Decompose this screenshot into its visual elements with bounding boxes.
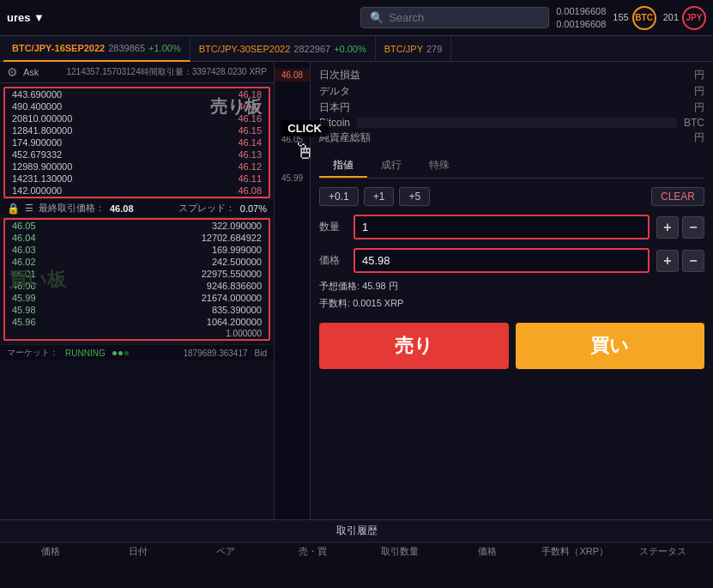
dot2: [118, 351, 123, 355]
sell-order-row[interactable]: 12841.80000046.15: [5, 124, 269, 136]
list-icon: ☰: [25, 203, 33, 214]
buy-order-row[interactable]: 45.98835.390000: [5, 304, 269, 316]
history-column-header: ペア: [182, 545, 269, 558]
history-column-header: 価格: [444, 545, 531, 558]
qty-plus-1-button[interactable]: +1: [364, 187, 395, 206]
gear-icon[interactable]: ⚙: [7, 65, 18, 79]
main-content: ⚙ Ask 1214357.15703124時間取引量：3397428.0230…: [0, 62, 713, 519]
sell-order-row[interactable]: 12989.90000046.12: [5, 161, 269, 173]
spread-bar: 🔒 ☰ 最終取引価格： 46.08 スプレッド： 0.07%: [0, 198, 274, 218]
price-plus-minus: + −: [656, 250, 704, 272]
side-price-1: 46.08: [275, 69, 310, 82]
order-form-panel: 日次損益 円 デルタ 円 日本円 円 Bitcoin BTC 純資産総額: [311, 62, 713, 519]
quantity-minus-button[interactable]: −: [682, 216, 704, 239]
trade-buttons: 売り 買い: [319, 323, 704, 369]
quantity-row: 数量 + −: [319, 215, 704, 239]
search-input[interactable]: [389, 11, 540, 24]
price-input-wrap: [353, 248, 650, 273]
history-column-header: 手数料（XRP）: [531, 545, 619, 558]
history-column-header: ステータス: [619, 545, 706, 558]
sell-order-row[interactable]: 443.69000046.18: [5, 88, 269, 100]
pnl-row-net: 純資産総額 円: [319, 130, 704, 146]
pnl-row-daily: 日次損益 円: [319, 67, 704, 83]
btc-badge[interactable]: BTC: [632, 6, 656, 30]
buy-order-extra: 1.000000: [5, 328, 269, 339]
orderbook-panel: ⚙ Ask 1214357.15703124時間取引量：3397428.0230…: [0, 62, 275, 519]
sell-order-row[interactable]: 452.67933246.13: [5, 149, 269, 161]
sell-order-row[interactable]: 20810.00000046.16: [5, 112, 269, 124]
tab-btc-30sep[interactable]: BTC/JPY-30SEP2022 2822967 +0.00%: [190, 36, 376, 62]
qty-plus-01-button[interactable]: +0.1: [319, 187, 359, 206]
pnl-row-jpy: 日本円 円: [319, 100, 704, 116]
buy-order-row[interactable]: 46.0122975.550000: [5, 268, 269, 280]
buy-order-row[interactable]: 46.02242.500000: [5, 256, 269, 268]
jpy-badge[interactable]: JPY: [682, 6, 706, 30]
sell-order-row[interactable]: 490.40000046.17: [5, 100, 269, 112]
tab-btc-16sep[interactable]: BTC/JPY-16SEP2022 2839865 +1.00%: [3, 36, 190, 62]
clear-button[interactable]: CLEAR: [651, 187, 704, 206]
order-type-tabs: 指値 成行 特殊: [319, 155, 704, 179]
price-row: 価格 + −: [319, 248, 704, 273]
tab-market[interactable]: 成行: [367, 155, 415, 178]
currency-badge-jpy[interactable]: 201 JPY: [663, 6, 706, 30]
lock-icon: 🔒: [7, 203, 20, 215]
side-price-3: 45.99: [275, 172, 310, 185]
pnl-row-delta: デルタ 円: [319, 83, 704, 100]
status-bar: マーケット： RUNNING 1879689.363417 Bid: [0, 344, 274, 361]
currency-badge-btc[interactable]: 155 BTC: [613, 6, 656, 30]
price-minus-button[interactable]: −: [682, 250, 704, 272]
tab-btc-jpy[interactable]: BTC/JPY 279: [376, 36, 452, 62]
buy-button[interactable]: 買い: [516, 323, 705, 369]
price-input[interactable]: [355, 250, 648, 271]
main-container: ures ▼ 🔍 0.00196608 0.00196608 155 BTC 2…: [0, 0, 713, 588]
pnl-section: 日次損益 円 デルタ 円 日本円 円 Bitcoin BTC 純資産総額: [319, 67, 704, 146]
qty-plus-5-button[interactable]: +5: [399, 187, 430, 206]
estimated-section: 予想価格: 45.98 円 手数料: 0.0015 XRP: [319, 278, 704, 312]
sell-order-row[interactable]: 14231.13000046.11: [5, 173, 269, 185]
click-hand-icon: 🖱: [293, 138, 316, 165]
running-indicator: [112, 351, 129, 355]
history-column-header: 取引数量: [357, 545, 444, 558]
history-column-header: 日付: [94, 545, 182, 558]
price-plus-button[interactable]: +: [656, 250, 679, 272]
sell-order-row[interactable]: 142.00000046.08: [5, 185, 269, 197]
dot3: [124, 351, 129, 355]
pnl-row-btc: Bitcoin BTC: [319, 116, 704, 130]
dot1: [112, 351, 117, 355]
history-title: 取引履歴: [0, 520, 713, 543]
quantity-plus-minus: + −: [656, 216, 704, 239]
app-logo: ures ▼: [7, 11, 45, 24]
buy-order-row[interactable]: 46.03169.999000: [5, 244, 269, 256]
buy-order-row[interactable]: 45.961064.200000: [5, 316, 269, 328]
quantity-input[interactable]: [355, 216, 648, 238]
buy-order-row[interactable]: 45.9921674.000000: [5, 292, 269, 304]
sell-button[interactable]: 売り: [319, 323, 509, 369]
buy-order-row[interactable]: 46.0412702.684922: [5, 232, 269, 244]
price-block: 0.00196608 0.00196608: [556, 5, 606, 30]
orderbook-header: ⚙ Ask 1214357.15703124時間取引量：3397428.0230…: [0, 62, 274, 83]
quantity-plus-button[interactable]: +: [656, 216, 679, 239]
sell-orders-list: 443.69000046.18490.40000046.1720810.0000…: [5, 88, 269, 197]
search-box[interactable]: 🔍: [360, 7, 549, 28]
history-header: 価格日付ペア売・買取引数量価格手数料（XRP）ステータス: [0, 543, 713, 561]
tabs-bar: BTC/JPY-16SEP2022 2839865 +1.00% BTC/JPY…: [0, 36, 713, 62]
click-indicator: CLICK 🖱: [281, 120, 329, 165]
buy-order-row[interactable]: 46.05322.090000: [5, 220, 269, 232]
qty-buttons-row: +0.1 +1 +5 CLEAR: [319, 187, 704, 206]
search-icon: 🔍: [370, 11, 384, 24]
buy-order-row[interactable]: 46.009246.836600: [5, 280, 269, 292]
buy-orders-list: 46.05322.09000046.0412702.68492246.03169…: [5, 220, 269, 339]
history-column-header: 価格: [7, 545, 94, 558]
history-column-header: 売・買: [269, 545, 357, 558]
quantity-input-wrap: [353, 215, 650, 239]
tab-special[interactable]: 特殊: [415, 155, 463, 178]
history-section: 取引履歴 価格日付ペア売・買取引数量価格手数料（XRP）ステータス: [0, 519, 713, 588]
sell-order-row[interactable]: 174.90000046.14: [5, 136, 269, 149]
top-bar: ures ▼ 🔍 0.00196608 0.00196608 155 BTC 2…: [0, 0, 713, 36]
